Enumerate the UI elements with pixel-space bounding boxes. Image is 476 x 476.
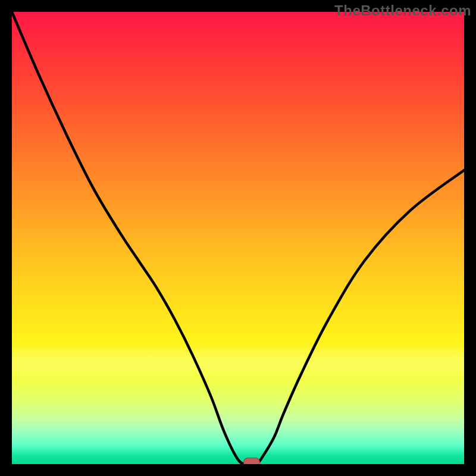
curve-svg — [12, 12, 464, 464]
watermark-text: TheBottleneck.com — [334, 2, 471, 19]
plot-area — [12, 12, 464, 464]
optimal-marker — [243, 458, 260, 464]
bottleneck-curve-path — [12, 12, 464, 464]
chart-stage: TheBottleneck.com — [0, 0, 476, 476]
